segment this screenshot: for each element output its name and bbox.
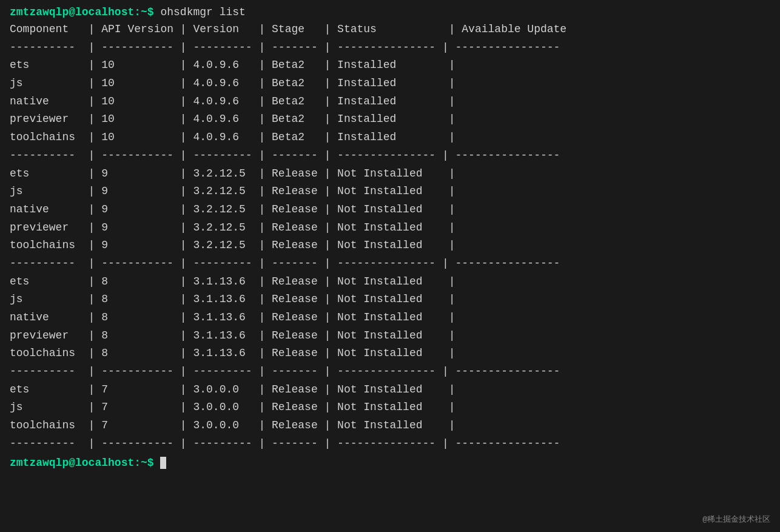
table-row: ets | 8 | 3.1.13.6 | Release | Not Insta… [10,273,770,291]
prompt-user-bottom: zmtzawqlp@localhost:~$ [10,457,154,469]
prompt-command: ohsdkmgr list [154,6,246,18]
table-row: native | 8 | 3.1.13.6 | Release | Not In… [10,309,770,327]
separator-2: ---------- | ----------- | --------- | -… [10,255,770,273]
table-row: previewer | 8 | 3.1.13.6 | Release | Not… [10,327,770,345]
table-row: ets | 10 | 4.0.9.6 | Beta2 | Installed | [10,56,770,75]
separator-top: ---------- | ----------- | --------- | -… [10,39,770,57]
prompt-user-top: zmtzawqlp@localhost:~$ [10,6,154,18]
table-row: js | 8 | 3.1.13.6 | Release | Not Instal… [10,291,770,309]
table-row: toolchains | 10 | 4.0.9.6 | Beta2 | Inst… [10,129,770,147]
table-row: js | 7 | 3.0.0.0 | Release | Not Install… [10,399,770,417]
separator-3: ---------- | ----------- | --------- | -… [10,363,770,381]
prompt-cursor-space [154,457,161,469]
table-row: toolchains | 8 | 3.1.13.6 | Release | No… [10,345,770,363]
table-row: js | 9 | 3.2.12.5 | Release | Not Instal… [10,183,770,201]
table-header: Component | API Version | Version | Stag… [10,21,770,39]
watermark: @稀土掘金技术社区 [702,514,770,525]
bottom-prompt-line: zmtzawqlp@localhost:~$ [10,457,770,469]
separator-4: ---------- | ----------- | --------- | -… [10,435,770,453]
table-row: previewer | 9 | 3.2.12.5 | Release | Not… [10,219,770,237]
separator-1: ---------- | ----------- | --------- | -… [10,147,770,165]
sdk-table: Component | API Version | Version | Stag… [10,21,770,453]
cursor [160,457,166,469]
table-row: toolchains | 9 | 3.2.12.5 | Release | No… [10,237,770,255]
terminal-window: zmtzawqlp@localhost:~$ ohsdkmgr list Com… [0,0,780,532]
table-row: ets | 7 | 3.0.0.0 | Release | Not Instal… [10,381,770,399]
table-row: native | 10 | 4.0.9.6 | Beta2 | Installe… [10,93,770,111]
table-row: native | 9 | 3.2.12.5 | Release | Not In… [10,201,770,219]
table-row: previewer | 10 | 4.0.9.6 | Beta2 | Insta… [10,110,770,129]
table-row: toolchains | 7 | 3.0.0.0 | Release | Not… [10,417,770,435]
top-prompt-line: zmtzawqlp@localhost:~$ ohsdkmgr list [10,6,770,18]
table-row: js | 10 | 4.0.9.6 | Beta2 | Installed | [10,75,770,93]
table-row: ets | 9 | 3.2.12.5 | Release | Not Insta… [10,165,770,183]
